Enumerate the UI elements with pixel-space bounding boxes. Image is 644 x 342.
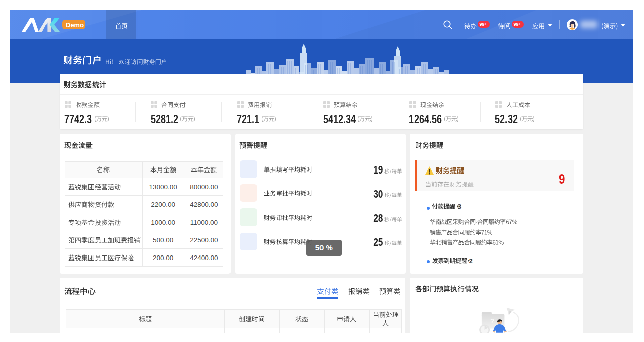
svg-text:?: ? [490,317,494,325]
